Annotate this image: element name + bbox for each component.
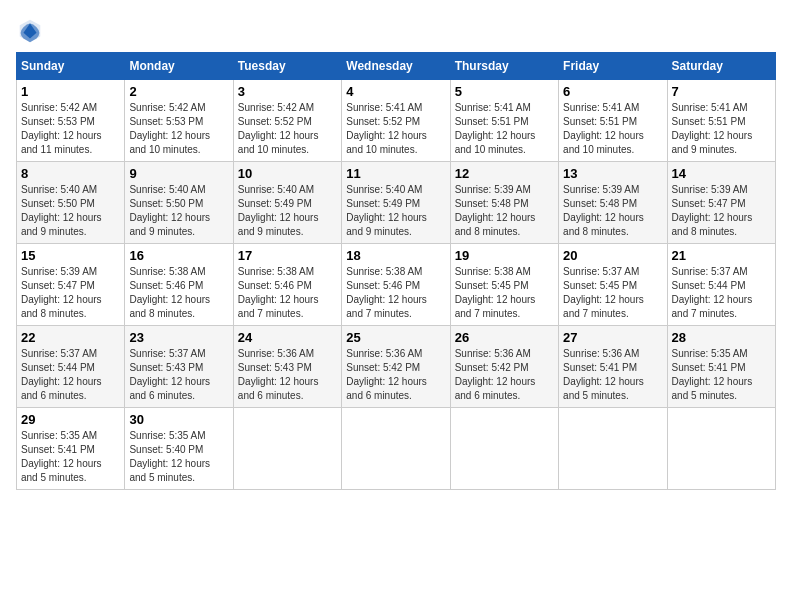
day-info: Sunrise: 5:41 AMSunset: 5:51 PMDaylight:…	[563, 101, 662, 157]
calendar-day-22: 22Sunrise: 5:37 AMSunset: 5:44 PMDayligh…	[17, 326, 125, 408]
empty-cell	[559, 408, 667, 490]
day-number: 17	[238, 248, 337, 263]
day-number: 24	[238, 330, 337, 345]
day-info: Sunrise: 5:35 AMSunset: 5:41 PMDaylight:…	[21, 429, 120, 485]
day-number: 14	[672, 166, 771, 181]
day-info: Sunrise: 5:38 AMSunset: 5:46 PMDaylight:…	[238, 265, 337, 321]
day-info: Sunrise: 5:36 AMSunset: 5:42 PMDaylight:…	[455, 347, 554, 403]
weekday-header-wednesday: Wednesday	[342, 53, 450, 80]
day-number: 1	[21, 84, 120, 99]
day-number: 21	[672, 248, 771, 263]
calendar-day-17: 17Sunrise: 5:38 AMSunset: 5:46 PMDayligh…	[233, 244, 341, 326]
calendar-week-5: 29Sunrise: 5:35 AMSunset: 5:41 PMDayligh…	[17, 408, 776, 490]
day-info: Sunrise: 5:42 AMSunset: 5:53 PMDaylight:…	[129, 101, 228, 157]
calendar-day-27: 27Sunrise: 5:36 AMSunset: 5:41 PMDayligh…	[559, 326, 667, 408]
weekday-header-row: SundayMondayTuesdayWednesdayThursdayFrid…	[17, 53, 776, 80]
day-number: 16	[129, 248, 228, 263]
calendar-day-13: 13Sunrise: 5:39 AMSunset: 5:48 PMDayligh…	[559, 162, 667, 244]
day-number: 5	[455, 84, 554, 99]
day-info: Sunrise: 5:38 AMSunset: 5:45 PMDaylight:…	[455, 265, 554, 321]
calendar-day-14: 14Sunrise: 5:39 AMSunset: 5:47 PMDayligh…	[667, 162, 775, 244]
calendar-day-21: 21Sunrise: 5:37 AMSunset: 5:44 PMDayligh…	[667, 244, 775, 326]
day-number: 3	[238, 84, 337, 99]
logo	[16, 16, 48, 44]
calendar-week-1: 1Sunrise: 5:42 AMSunset: 5:53 PMDaylight…	[17, 80, 776, 162]
day-number: 11	[346, 166, 445, 181]
day-info: Sunrise: 5:36 AMSunset: 5:42 PMDaylight:…	[346, 347, 445, 403]
weekday-header-friday: Friday	[559, 53, 667, 80]
header	[16, 16, 776, 44]
empty-cell	[667, 408, 775, 490]
day-number: 4	[346, 84, 445, 99]
empty-cell	[342, 408, 450, 490]
day-number: 22	[21, 330, 120, 345]
day-info: Sunrise: 5:42 AMSunset: 5:53 PMDaylight:…	[21, 101, 120, 157]
day-info: Sunrise: 5:39 AMSunset: 5:48 PMDaylight:…	[455, 183, 554, 239]
day-number: 15	[21, 248, 120, 263]
calendar-day-20: 20Sunrise: 5:37 AMSunset: 5:45 PMDayligh…	[559, 244, 667, 326]
calendar-day-5: 5Sunrise: 5:41 AMSunset: 5:51 PMDaylight…	[450, 80, 558, 162]
calendar-day-3: 3Sunrise: 5:42 AMSunset: 5:52 PMDaylight…	[233, 80, 341, 162]
day-number: 25	[346, 330, 445, 345]
calendar-day-1: 1Sunrise: 5:42 AMSunset: 5:53 PMDaylight…	[17, 80, 125, 162]
calendar-day-26: 26Sunrise: 5:36 AMSunset: 5:42 PMDayligh…	[450, 326, 558, 408]
weekday-header-thursday: Thursday	[450, 53, 558, 80]
day-number: 8	[21, 166, 120, 181]
day-info: Sunrise: 5:40 AMSunset: 5:50 PMDaylight:…	[129, 183, 228, 239]
calendar-day-9: 9Sunrise: 5:40 AMSunset: 5:50 PMDaylight…	[125, 162, 233, 244]
day-number: 2	[129, 84, 228, 99]
calendar-day-18: 18Sunrise: 5:38 AMSunset: 5:46 PMDayligh…	[342, 244, 450, 326]
day-number: 23	[129, 330, 228, 345]
day-number: 6	[563, 84, 662, 99]
day-info: Sunrise: 5:39 AMSunset: 5:47 PMDaylight:…	[672, 183, 771, 239]
empty-cell	[450, 408, 558, 490]
day-number: 19	[455, 248, 554, 263]
calendar-day-2: 2Sunrise: 5:42 AMSunset: 5:53 PMDaylight…	[125, 80, 233, 162]
day-info: Sunrise: 5:40 AMSunset: 5:49 PMDaylight:…	[238, 183, 337, 239]
day-number: 29	[21, 412, 120, 427]
day-number: 13	[563, 166, 662, 181]
day-number: 10	[238, 166, 337, 181]
day-number: 28	[672, 330, 771, 345]
day-number: 18	[346, 248, 445, 263]
day-info: Sunrise: 5:37 AMSunset: 5:44 PMDaylight:…	[672, 265, 771, 321]
day-number: 9	[129, 166, 228, 181]
day-number: 27	[563, 330, 662, 345]
calendar-day-10: 10Sunrise: 5:40 AMSunset: 5:49 PMDayligh…	[233, 162, 341, 244]
calendar-day-25: 25Sunrise: 5:36 AMSunset: 5:42 PMDayligh…	[342, 326, 450, 408]
day-info: Sunrise: 5:41 AMSunset: 5:51 PMDaylight:…	[455, 101, 554, 157]
calendar-day-24: 24Sunrise: 5:36 AMSunset: 5:43 PMDayligh…	[233, 326, 341, 408]
day-number: 7	[672, 84, 771, 99]
calendar-day-8: 8Sunrise: 5:40 AMSunset: 5:50 PMDaylight…	[17, 162, 125, 244]
day-info: Sunrise: 5:37 AMSunset: 5:43 PMDaylight:…	[129, 347, 228, 403]
day-info: Sunrise: 5:40 AMSunset: 5:50 PMDaylight:…	[21, 183, 120, 239]
calendar-day-30: 30Sunrise: 5:35 AMSunset: 5:40 PMDayligh…	[125, 408, 233, 490]
calendar-week-2: 8Sunrise: 5:40 AMSunset: 5:50 PMDaylight…	[17, 162, 776, 244]
day-info: Sunrise: 5:36 AMSunset: 5:41 PMDaylight:…	[563, 347, 662, 403]
empty-cell	[233, 408, 341, 490]
day-info: Sunrise: 5:37 AMSunset: 5:45 PMDaylight:…	[563, 265, 662, 321]
day-info: Sunrise: 5:37 AMSunset: 5:44 PMDaylight:…	[21, 347, 120, 403]
day-info: Sunrise: 5:41 AMSunset: 5:52 PMDaylight:…	[346, 101, 445, 157]
day-info: Sunrise: 5:40 AMSunset: 5:49 PMDaylight:…	[346, 183, 445, 239]
calendar-week-3: 15Sunrise: 5:39 AMSunset: 5:47 PMDayligh…	[17, 244, 776, 326]
weekday-header-sunday: Sunday	[17, 53, 125, 80]
calendar-day-12: 12Sunrise: 5:39 AMSunset: 5:48 PMDayligh…	[450, 162, 558, 244]
day-info: Sunrise: 5:41 AMSunset: 5:51 PMDaylight:…	[672, 101, 771, 157]
calendar-day-16: 16Sunrise: 5:38 AMSunset: 5:46 PMDayligh…	[125, 244, 233, 326]
calendar-body: 1Sunrise: 5:42 AMSunset: 5:53 PMDaylight…	[17, 80, 776, 490]
weekday-header-tuesday: Tuesday	[233, 53, 341, 80]
calendar-day-11: 11Sunrise: 5:40 AMSunset: 5:49 PMDayligh…	[342, 162, 450, 244]
calendar-day-23: 23Sunrise: 5:37 AMSunset: 5:43 PMDayligh…	[125, 326, 233, 408]
calendar-day-29: 29Sunrise: 5:35 AMSunset: 5:41 PMDayligh…	[17, 408, 125, 490]
day-info: Sunrise: 5:36 AMSunset: 5:43 PMDaylight:…	[238, 347, 337, 403]
calendar-day-4: 4Sunrise: 5:41 AMSunset: 5:52 PMDaylight…	[342, 80, 450, 162]
calendar-day-28: 28Sunrise: 5:35 AMSunset: 5:41 PMDayligh…	[667, 326, 775, 408]
day-info: Sunrise: 5:35 AMSunset: 5:41 PMDaylight:…	[672, 347, 771, 403]
day-number: 20	[563, 248, 662, 263]
calendar-week-4: 22Sunrise: 5:37 AMSunset: 5:44 PMDayligh…	[17, 326, 776, 408]
calendar-day-15: 15Sunrise: 5:39 AMSunset: 5:47 PMDayligh…	[17, 244, 125, 326]
day-info: Sunrise: 5:35 AMSunset: 5:40 PMDaylight:…	[129, 429, 228, 485]
weekday-header-saturday: Saturday	[667, 53, 775, 80]
calendar-table: SundayMondayTuesdayWednesdayThursdayFrid…	[16, 52, 776, 490]
